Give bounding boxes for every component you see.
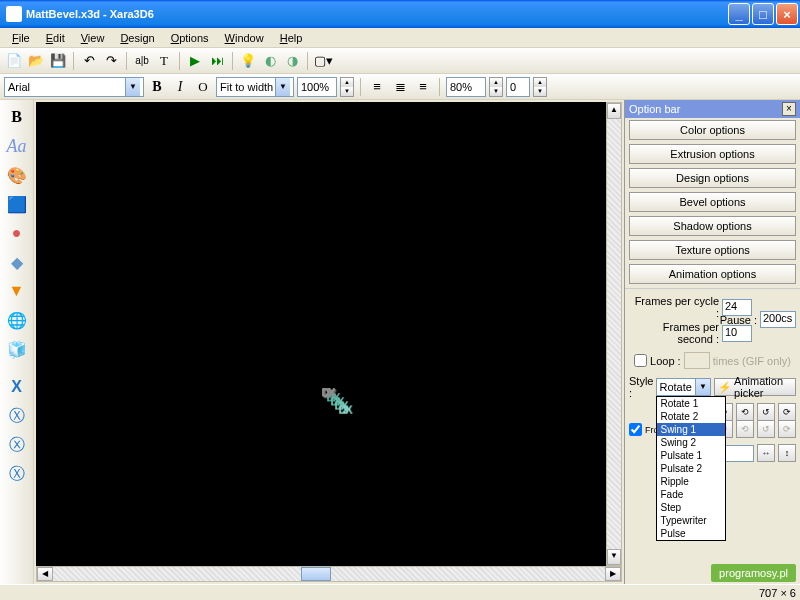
animation-options-button[interactable]: Animation options [629, 264, 796, 284]
outline-button[interactable]: O [193, 77, 213, 97]
fps-input[interactable]: 10 [722, 325, 752, 342]
design-options-button[interactable]: Design options [629, 168, 796, 188]
lights-btn3: ↺ [757, 420, 775, 438]
border-icon[interactable]: ▢▾ [313, 51, 333, 71]
play-icon[interactable]: ▶ [185, 51, 205, 71]
canvas[interactable]: X3D [36, 102, 622, 566]
face-side-icon[interactable]: ◑ [282, 51, 302, 71]
zoom-input[interactable]: 100% [297, 77, 337, 97]
vertical-scrollbar[interactable]: ▲▼ [606, 102, 622, 566]
bevel-icon[interactable]: ◆ [4, 249, 30, 275]
x-circle2-icon[interactable]: ⓧ [4, 432, 30, 458]
color-options-button[interactable]: Color options [629, 120, 796, 140]
loop-checkbox[interactable] [634, 354, 647, 367]
bold-button[interactable]: B [147, 77, 167, 97]
front-face-checkbox[interactable] [629, 423, 642, 436]
style-option[interactable]: Pulsate 1 [657, 449, 725, 462]
x-circle3-icon[interactable]: Ⓧ [4, 461, 30, 487]
panel-titlebar: Option bar × [625, 100, 800, 118]
lights-btn2: ⟲ [736, 420, 754, 438]
style-option[interactable]: Pulsate 2 [657, 462, 725, 475]
shadow-options-button[interactable]: Shadow options [629, 216, 796, 236]
style-option[interactable]: Fade [657, 488, 725, 501]
horizontal-scrollbar[interactable]: ◀▶ [36, 566, 622, 582]
palette-icon[interactable]: 🎨 [4, 162, 30, 188]
pause-input[interactable]: 200cs [760, 311, 796, 328]
menu-options[interactable]: Options [163, 30, 217, 46]
panel-close-button[interactable]: × [782, 102, 796, 116]
menu-help[interactable]: Help [272, 30, 311, 46]
style-option[interactable]: Ripple [657, 475, 725, 488]
style-label: Style : [629, 375, 653, 399]
maximize-button[interactable]: □ [752, 3, 774, 25]
texture-options-button[interactable]: Texture options [629, 240, 796, 260]
menu-view[interactable]: View [73, 30, 113, 46]
menu-window[interactable]: Window [217, 30, 272, 46]
arrow-down-icon[interactable]: ▼ [4, 278, 30, 304]
align-right-icon[interactable]: ≡ [413, 77, 433, 97]
menu-design[interactable]: Design [112, 30, 162, 46]
style-option[interactable]: Step [657, 501, 725, 514]
wave-input[interactable] [722, 445, 754, 462]
canvas-container: X3D ▲▼ ◀▶ [34, 100, 624, 584]
new-icon[interactable]: 📄 [4, 51, 24, 71]
text-icon[interactable]: T [154, 51, 174, 71]
font-select[interactable]: Arial▼ [4, 77, 144, 97]
align-left-icon[interactable]: ≡ [367, 77, 387, 97]
extrusion-options-button[interactable]: Extrusion options [629, 144, 796, 164]
align-center-icon[interactable]: ≣ [390, 77, 410, 97]
status-dimensions: 707 × 6 [759, 587, 796, 599]
style-option[interactable]: Swing 1 [657, 423, 725, 436]
style-option[interactable]: Swing 2 [657, 436, 725, 449]
tracking-input[interactable]: 80% [446, 77, 486, 97]
style-option[interactable]: Pulse [657, 527, 725, 540]
x-logo-icon[interactable]: X [4, 374, 30, 400]
menu-edit[interactable]: Edit [38, 30, 73, 46]
wave-v-button[interactable]: ↕ [778, 444, 796, 462]
text-btn2[interactable]: ⟲ [736, 403, 754, 421]
save-icon[interactable]: 💾 [48, 51, 68, 71]
minimize-button[interactable]: _ [728, 3, 750, 25]
animation-picker-button[interactable]: ⚡Animation picker [714, 378, 796, 396]
style-option[interactable]: Typewriter [657, 514, 725, 527]
style-option[interactable]: Rotate 1 [657, 397, 725, 410]
text-btn3[interactable]: ↺ [757, 403, 775, 421]
globe-icon[interactable]: 🌐 [4, 307, 30, 333]
pause-label2: Pause : [720, 314, 757, 326]
undo-icon[interactable]: ↶ [79, 51, 99, 71]
style-dropdown-list[interactable]: Rotate 1 Rotate 2 Swing 1 Swing 2 Pulsat… [656, 396, 726, 541]
open-icon[interactable]: 📂 [26, 51, 46, 71]
bold-tool-icon[interactable]: B [4, 104, 30, 130]
close-button[interactable]: × [776, 3, 798, 25]
italic-button[interactable]: I [170, 77, 190, 97]
circle-icon[interactable]: ● [4, 220, 30, 246]
animation-section: Frames per cycle : 24 Frames per second … [625, 288, 800, 468]
window-title: MattBevel.x3d - Xara3D6 [26, 8, 154, 20]
bulb-icon[interactable]: 💡 [238, 51, 258, 71]
wave-h-button[interactable]: ↔ [757, 444, 775, 462]
tracking-spinner[interactable]: ▲▼ [489, 77, 503, 97]
zoom-spinner[interactable]: ▲▼ [340, 77, 354, 97]
baseline-spinner[interactable]: ▲▼ [533, 77, 547, 97]
cube3d-icon[interactable]: 🧊 [4, 336, 30, 362]
style-dropdown[interactable]: Rotate 2 ▼ Rotate 1 Rotate 2 Swing 1 Swi… [656, 378, 711, 396]
bevel-options-button[interactable]: Bevel options [629, 192, 796, 212]
x-circle1-icon[interactable]: Ⓧ [4, 403, 30, 429]
option-bar-panel: Option bar × Color options Extrusion opt… [624, 100, 800, 584]
baseline-icon[interactable]: a|b [132, 51, 152, 71]
cube-icon[interactable]: 🟦 [4, 191, 30, 217]
style-option[interactable]: Rotate 2 [657, 410, 725, 423]
toolbar-format: Arial▼ B I O Fit to width▼ 100% ▲▼ ≡ ≣ ≡… [0, 74, 800, 100]
face-front-icon[interactable]: ◐ [260, 51, 280, 71]
text-tool-icon[interactable]: Aa [4, 133, 30, 159]
loop-count-input [684, 352, 710, 369]
text-btn4[interactable]: ⟳ [778, 403, 796, 421]
baseline-input[interactable]: 0 [506, 77, 530, 97]
statusbar: 707 × 6 [0, 584, 800, 600]
app-icon [6, 6, 22, 22]
redo-icon[interactable]: ↷ [101, 51, 121, 71]
menu-file[interactable]: File [4, 30, 38, 46]
next-icon[interactable]: ⏭ [207, 51, 227, 71]
fit-select[interactable]: Fit to width▼ [216, 77, 294, 97]
left-toolbar: B Aa 🎨 🟦 ● ◆ ▼ 🌐 🧊 X Ⓧ ⓧ Ⓧ [0, 100, 34, 584]
